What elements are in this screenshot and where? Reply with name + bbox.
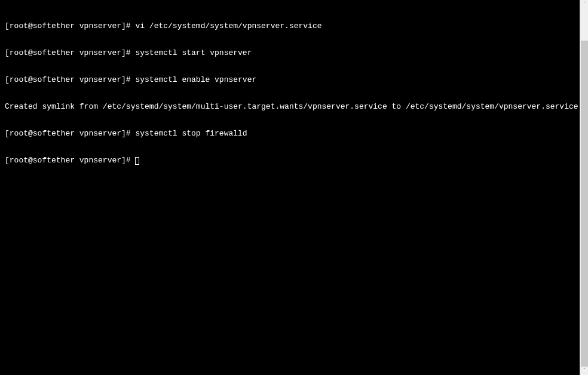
scroll-up-arrow[interactable]: ˆ xyxy=(580,0,588,8)
terminal-line: [root@softether vpnserver]# systemctl en… xyxy=(5,75,575,84)
terminal-output[interactable]: [root@softether vpnserver]# vi /etc/syst… xyxy=(0,0,580,375)
output-text: Created symlink from /etc/systemd/system… xyxy=(5,102,580,111)
command-text: systemctl enable vpnserver xyxy=(135,75,256,84)
cursor xyxy=(135,157,139,165)
command-text: systemctl stop firewalld xyxy=(135,129,247,138)
terminal-line: [root@softether vpnserver]# systemctl st… xyxy=(5,129,575,138)
scroll-thumb[interactable] xyxy=(581,41,588,367)
terminal-line: [root@softether vpnserver]# xyxy=(5,156,575,165)
shell-prompt: [root@softether vpnserver]# xyxy=(5,75,135,84)
command-text: vi /etc/systemd/system/vpnserver.service xyxy=(135,21,321,30)
shell-prompt: [root@softether vpnserver]# xyxy=(5,156,135,165)
vertical-scrollbar[interactable]: ˆ ˇ xyxy=(580,0,588,375)
terminal-line: [root@softether vpnserver]# vi /etc/syst… xyxy=(5,21,575,30)
terminal-line: Created symlink from /etc/systemd/system… xyxy=(5,102,575,111)
shell-prompt: [root@softether vpnserver]# xyxy=(5,129,135,138)
shell-prompt: [root@softether vpnserver]# xyxy=(5,48,135,57)
command-text: systemctl start vpnserver xyxy=(135,48,252,57)
scroll-track[interactable] xyxy=(580,8,588,367)
chevron-down-icon: ˇ xyxy=(583,368,586,374)
shell-prompt: [root@softether vpnserver]# xyxy=(5,21,135,30)
scroll-down-arrow[interactable]: ˇ xyxy=(580,367,588,375)
chevron-up-icon: ˆ xyxy=(583,1,586,7)
terminal-line: [root@softether vpnserver]# systemctl st… xyxy=(5,48,575,57)
terminal-window: [root@softether vpnserver]# vi /etc/syst… xyxy=(0,0,588,375)
